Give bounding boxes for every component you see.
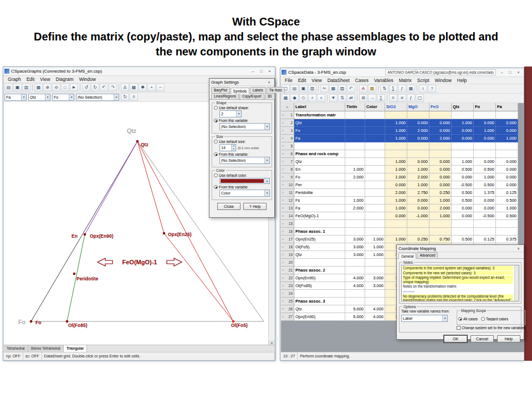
tag-cases-icon[interactable]: ◆ [290, 94, 299, 102]
row-number-16[interactable]: ≡16 [281, 228, 294, 236]
cell-value[interactable] [385, 150, 407, 158]
cell-value[interactable] [365, 150, 385, 158]
settings-tab-3d[interactable]: 3D [265, 93, 275, 99]
cell-value[interactable]: 2.000 [407, 173, 429, 181]
row-number-7[interactable]: ≡7 [281, 158, 294, 166]
menu-item-edit[interactable]: Edit [24, 76, 38, 82]
scope-option-tagged-cases[interactable]: Tagged cases [481, 317, 508, 321]
cell-value[interactable]: -0.500 [452, 181, 474, 189]
size-spinner[interactable]: ▲▼ [231, 145, 236, 151]
cell-value[interactable]: 0.000 [452, 204, 474, 212]
cell-value[interactable]: 1.000 [429, 197, 452, 204]
cell-value[interactable] [345, 212, 365, 220]
cell-value[interactable]: 3.000 [365, 274, 385, 282]
shape-variable-select[interactable]: (No Selection) ▼ [219, 123, 270, 130]
cell-value[interactable]: 4.000 [345, 282, 365, 290]
menu-item-cases[interactable]: Cases [352, 78, 371, 83]
cell-value[interactable] [345, 135, 365, 142]
row-number-6[interactable]: ≡6 [281, 150, 294, 158]
graphs-titlebar[interactable]: CSpaceGraphs (Connected to 3-FMS_en.csp)… [3, 67, 275, 76]
cell-value[interactable]: 0.500 [452, 166, 474, 173]
cell-value[interactable]: 2.750 [407, 189, 429, 197]
cell-value[interactable] [365, 212, 385, 220]
cell-value[interactable] [429, 228, 452, 236]
change-system-set-option[interactable]: Change system set to the new variables [457, 326, 525, 330]
mapping-titlebar[interactable]: Coordinate Mapping × [397, 245, 524, 252]
cell-value[interactable]: 1.000 [385, 158, 407, 166]
map-icon[interactable]: → [368, 94, 376, 102]
cell-label[interactable]: Qtz [294, 158, 345, 166]
open-icon[interactable]: ▤ [4, 84, 13, 91]
cell-value[interactable]: 0.000 [407, 119, 429, 127]
data-titlebar[interactable]: CSpaceData - 3-FMS_en.csp ANTONIO GARCÍA… [280, 68, 524, 77]
cell-value[interactable]: 1.000 [365, 236, 385, 243]
cell-value[interactable]: 0.000 [407, 204, 429, 212]
cell-value[interactable]: 0.000 [385, 181, 407, 189]
menu-item-edit[interactable]: Edit [295, 78, 309, 83]
cell-value[interactable] [385, 228, 407, 236]
row-number-20[interactable]: ≡20 [281, 259, 294, 267]
use-default-color-option[interactable]: Use default color: [214, 173, 270, 177]
cell-value[interactable]: 2.000 [385, 189, 407, 197]
insert-row-icon[interactable]: + [308, 94, 316, 102]
row-number-10[interactable]: ≡10 [281, 181, 294, 189]
cell-value[interactable]: 3.000 [345, 236, 365, 243]
cell-value[interactable]: 4.000 [345, 274, 365, 282]
undo-icon[interactable]: ↶ [347, 85, 355, 93]
row-number-26[interactable]: ≡26 [281, 305, 294, 313]
maximize-icon[interactable]: □ [506, 69, 514, 76]
open-icon[interactable]: ▤ [290, 85, 299, 93]
cell-value[interactable] [407, 150, 429, 158]
cell-value[interactable]: 0.000 [452, 127, 474, 135]
axis-c-select[interactable]: Fo▼ [52, 94, 74, 101]
cell-label[interactable] [294, 290, 345, 298]
cell-value[interactable]: 0.500 [452, 236, 474, 243]
cell-value[interactable]: 0.000 [452, 212, 474, 220]
menu-item-variables[interactable]: Variables [371, 78, 396, 83]
script-icon[interactable]: ƒ [407, 94, 415, 102]
window-icon[interactable]: ▢ [416, 94, 424, 102]
cell-value[interactable] [385, 142, 407, 150]
size-from-variable-option[interactable]: From this variable: [214, 152, 270, 156]
axis-a-select[interactable]: Fa▼ [4, 94, 27, 101]
filter-icon[interactable]: ▼ [329, 94, 337, 102]
sort-az-icon[interactable]: ⇅ [338, 94, 346, 102]
cell-value[interactable] [365, 228, 385, 236]
cell-label[interactable]: En [294, 166, 345, 173]
cell-value[interactable]: 0.000 [385, 212, 407, 220]
cell-value[interactable]: 3.000 [345, 243, 365, 251]
cell-value[interactable]: 0.375 [496, 236, 518, 243]
help-icon[interactable]: ? [428, 85, 436, 93]
cell-label[interactable] [294, 220, 345, 228]
view-tab-stereo-tetrahedral[interactable]: Stereo Tetrahedral [28, 345, 64, 352]
cell-value[interactable]: 1.000 [474, 127, 496, 135]
cell-label[interactable]: FeO(MgO)-1 [294, 212, 345, 220]
cell-value[interactable]: 0.750 [429, 236, 452, 243]
remove-icon[interactable]: − [156, 84, 165, 91]
function-icon[interactable]: ƒ [398, 85, 406, 93]
print-icon[interactable]: ▥ [308, 85, 316, 93]
cell-value[interactable] [429, 220, 452, 228]
cell-value[interactable]: 0.000 [407, 197, 429, 204]
axis-b-select[interactable]: Qtz▼ [28, 94, 50, 101]
transpose-icon[interactable]: ⇄ [347, 94, 355, 102]
row-number-22[interactable]: ≡22 [281, 274, 294, 282]
cell-value[interactable]: 0.250 [407, 236, 429, 243]
cell-value[interactable] [452, 220, 474, 228]
cell-label[interactable]: Qtz [294, 251, 345, 259]
cell-value[interactable]: 3.000 [345, 251, 365, 259]
stats-icon[interactable]: ∑ [377, 94, 385, 102]
cell-value[interactable]: 1.000 [452, 158, 474, 166]
cell-value[interactable] [345, 127, 365, 135]
redo-icon[interactable]: ↷ [109, 84, 117, 91]
cell-value[interactable] [496, 150, 518, 158]
rotate-left-icon[interactable]: ↺ [82, 84, 90, 91]
cell-label[interactable]: Fa [294, 204, 345, 212]
cell-value[interactable]: 3.000 [365, 282, 385, 290]
default-size-input[interactable]: 14 ▲▼ [219, 144, 236, 151]
cell-value[interactable]: 1.000 [385, 166, 407, 173]
cell-value[interactable]: 0.000 [474, 204, 496, 212]
cell-value[interactable]: 0.000 [474, 119, 496, 127]
sort-icon[interactable]: ⇅ [380, 85, 388, 93]
cell-label[interactable]: Fo [294, 173, 345, 181]
